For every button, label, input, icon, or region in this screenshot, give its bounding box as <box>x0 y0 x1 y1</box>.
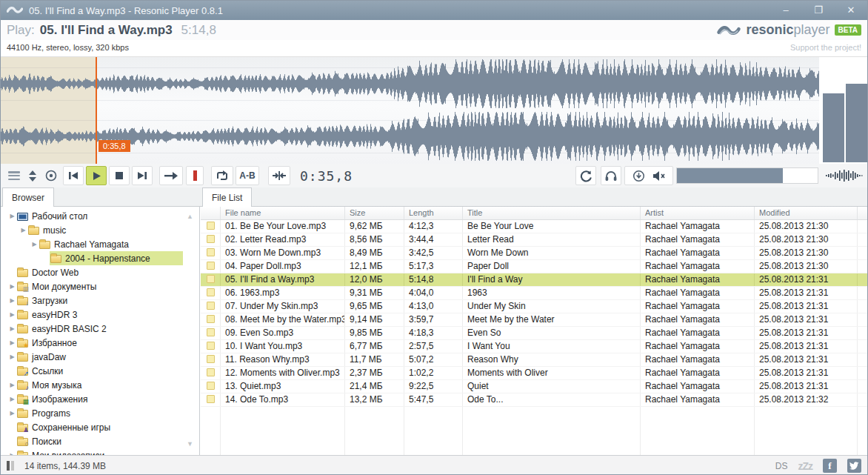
tab-browser[interactable]: Browser <box>2 187 54 207</box>
stop-button[interactable] <box>109 166 130 185</box>
file-row[interactable]: 07. Under My Skin.mp39,65 МБ4:13,0Under … <box>201 300 868 313</box>
tree-item[interactable]: ▶easyHDR 3 <box>1 308 183 322</box>
file-row[interactable]: 01. Be Be Your Love.mp39,62 МБ4:12,3Be B… <box>201 220 868 233</box>
cell-title: Paper Doll <box>463 260 641 273</box>
support-link[interactable]: Support the project! <box>790 43 861 52</box>
column-header-length[interactable]: Length <box>404 207 463 219</box>
waveform-area[interactable]: 0:35,8 <box>1 56 867 163</box>
column-header-artist[interactable]: Artist <box>641 207 755 219</box>
sort-order-button[interactable] <box>26 166 39 185</box>
tree-expand-icon[interactable]: ▶ <box>8 283 16 290</box>
tree-item[interactable]: ♟Сохраненные игры <box>1 420 183 434</box>
loop-button[interactable] <box>211 166 233 185</box>
file-row[interactable]: 11. Reason Why.mp311,7 МБ5:07,2Reason Wh… <box>201 353 868 367</box>
tree-expand-icon[interactable]: ▶ <box>8 297 16 304</box>
arrow-right-icon <box>164 170 178 181</box>
ds-indicator[interactable]: DS <box>775 461 788 471</box>
file-row[interactable]: 10. I Want You.mp36,77 МБ2:57,5I Want Yo… <box>201 340 868 353</box>
tree-item[interactable]: ▶Рабочий стол <box>1 209 183 223</box>
file-list-header[interactable]: File nameSizeLengthTitleArtistModified <box>201 207 868 220</box>
cell-length: 3:59,7 <box>404 313 463 326</box>
app-logo-icon <box>7 4 23 16</box>
tree-expand-icon[interactable]: ▶ <box>8 410 16 416</box>
cell-title: 1963 <box>463 287 641 299</box>
file-row[interactable]: 03. Worn Me Down.mp38,49 МБ3:42,5Worn Me… <box>201 247 868 260</box>
tree-item[interactable]: ▶Rachael Yamagata <box>1 237 183 251</box>
next-track-button[interactable] <box>132 166 153 185</box>
snap-button[interactable] <box>268 166 290 185</box>
cell-size: 11,7 МБ <box>345 353 404 366</box>
facebook-button[interactable]: f <box>823 459 837 473</box>
tree-item[interactable]: ▶easyHDR BASIC 2 <box>1 322 183 336</box>
tree-expand-icon[interactable]: ▶ <box>19 227 27 233</box>
tree-expand-icon[interactable]: ▶ <box>8 325 16 332</box>
tree-item[interactable]: Doctor Web <box>1 265 183 279</box>
playhead-cursor[interactable] <box>96 57 97 164</box>
tree-item[interactable]: ▶Programs <box>1 406 183 420</box>
stop-after-track-button[interactable] <box>186 166 204 185</box>
file-row[interactable]: 13. Quiet.mp321,4 МБ9:22,5QuietRachael Y… <box>201 380 868 393</box>
tree-item[interactable]: ○Поиски <box>1 434 183 448</box>
tree-expand-icon[interactable]: ▶ <box>30 241 39 248</box>
tree-expand-icon[interactable]: ▶ <box>8 213 16 219</box>
file-row[interactable]: 06. 1963.mp39,31 МБ4:04,01963Rachael Yam… <box>201 287 868 300</box>
tab-file-list[interactable]: File List <box>202 187 252 207</box>
headphones-button[interactable] <box>601 166 621 185</box>
tree-item[interactable]: ▶♪Моя музыка <box>1 378 183 392</box>
tree-item[interactable]: ▶★Избранное <box>1 336 183 350</box>
refresh-icon <box>580 170 592 182</box>
column-header-modified[interactable]: Modified <box>755 207 858 219</box>
queue-list-button[interactable] <box>5 166 23 185</box>
column-header-title[interactable]: Title <box>463 207 641 219</box>
tree-item[interactable]: ▶javaDaw <box>1 350 183 364</box>
tree-item[interactable]: ➚Ссылки <box>1 364 183 378</box>
playhead-time-label: 0:35,8 <box>99 140 130 152</box>
ab-loop-button[interactable]: A-B <box>236 166 259 185</box>
cell-length: 4:12,3 <box>404 220 463 233</box>
minimize-button[interactable]: – <box>769 1 802 20</box>
tree-expand-icon[interactable]: ▶ <box>8 353 16 360</box>
file-row[interactable]: 05. I'll Find a Way.mp312,0 МБ5:14,8I'll… <box>201 273 868 287</box>
cell-modified: 25.08.2013 21:30 <box>755 220 858 233</box>
folder-browser-panel: ▶Рабочий стол▶music▶Rachael Yamagata2004… <box>1 207 200 455</box>
twitter-button[interactable] <box>847 459 861 473</box>
continue-mode-button[interactable] <box>159 166 183 185</box>
play-button[interactable] <box>86 166 107 185</box>
tree-scroll-down-icon[interactable]: ▼ <box>187 440 193 448</box>
volume-slider[interactable] <box>676 167 818 184</box>
tree-item[interactable]: ▶▦Изображения <box>1 392 183 406</box>
tree-expand-icon[interactable]: ▶ <box>8 382 16 388</box>
tree-expand-icon[interactable]: ▶ <box>8 339 16 346</box>
sleep-indicator[interactable]: zZz <box>798 460 812 472</box>
waveform-background[interactable]: 0:35,8 <box>1 57 819 164</box>
column-header-size[interactable]: Size <box>345 207 404 219</box>
tree-item[interactable]: ▶music <box>1 223 183 237</box>
tree-scroll-up-icon[interactable]: ▲ <box>187 213 193 220</box>
favorites-icon: ★ <box>17 339 28 348</box>
tree-item[interactable]: 2004 - Happenstance <box>1 251 183 265</box>
close-button[interactable]: ✕ <box>835 1 867 20</box>
tree-item[interactable]: ▶▤Мои видеозаписи <box>1 448 183 455</box>
tree-expand-icon[interactable]: ▶ <box>8 311 16 318</box>
follow-track-button[interactable] <box>42 166 60 185</box>
tree-expand-icon[interactable]: ▶ <box>8 396 16 402</box>
file-list-panel: File nameSizeLengthTitleArtistModified 0… <box>201 207 868 455</box>
brand-name-bold: resonic <box>746 22 793 37</box>
spectrum-toggle-button[interactable] <box>824 166 864 185</box>
file-row[interactable]: 02. Letter Read.mp38,56 МБ3:44,4Letter R… <box>201 233 868 247</box>
previous-track-button[interactable] <box>63 166 84 185</box>
cell-modified: 25.08.2013 21:32 <box>755 393 858 406</box>
column-header-file-name[interactable]: File name <box>221 207 345 219</box>
file-row[interactable]: 12. Moments with Oliver.mp32,37 МБ1:02,2… <box>201 367 868 380</box>
title-bar[interactable]: 05. I'll Find a Way.mp3 - Resonic Player… <box>1 1 867 20</box>
file-row[interactable]: 08. Meet Me by the Water.mp39,14 МБ3:59,… <box>201 313 868 327</box>
file-row[interactable]: 09. Even So.mp39,85 МБ4:18,3Even SoRacha… <box>201 327 868 340</box>
output-options-group[interactable] <box>624 166 673 185</box>
tree-item[interactable]: ▶▥Мои документы <box>1 279 183 293</box>
replay-button[interactable] <box>575 166 596 185</box>
file-row[interactable]: 14. Ode To.mp313,2 МБ5:47,5Ode To...Rach… <box>201 393 868 407</box>
track-duration: 5:14,8 <box>181 23 216 38</box>
tree-item[interactable]: ▶↓Загрузки <box>1 293 183 308</box>
file-row[interactable]: 04. Paper Doll.mp312,1 МБ5:17,3Paper Dol… <box>201 260 868 273</box>
maximize-button[interactable]: ❐ <box>802 1 835 20</box>
